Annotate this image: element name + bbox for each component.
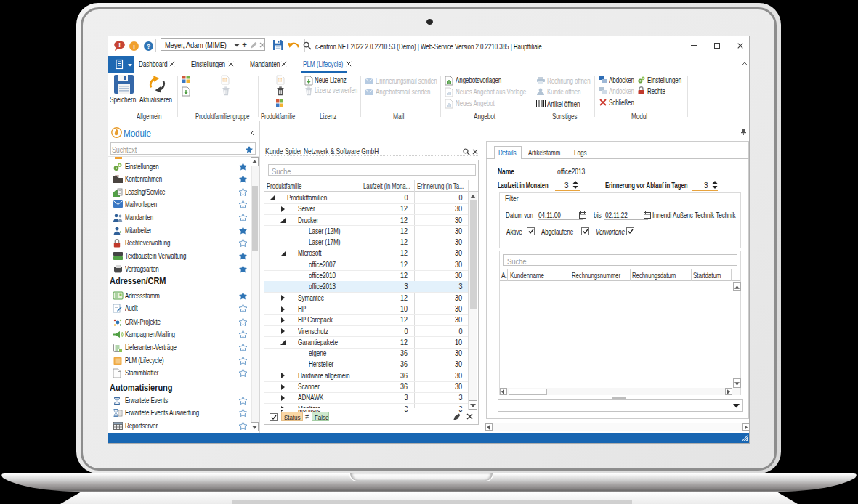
svg-text:?: ? bbox=[147, 43, 151, 50]
svg-text:!: ! bbox=[118, 41, 121, 49]
svg-text:i: i bbox=[133, 42, 135, 50]
